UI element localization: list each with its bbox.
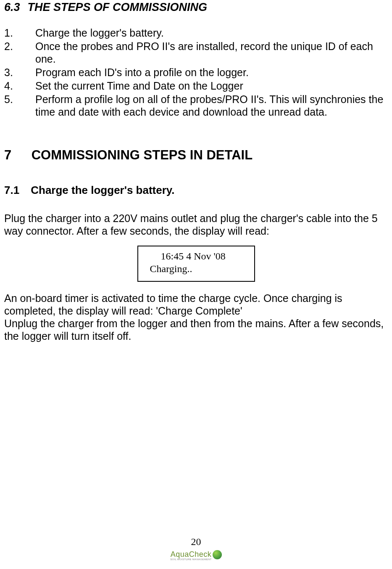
list-item-text: Program each ID's into a profile on the … — [35, 66, 388, 79]
list-item-number: 5. — [4, 93, 35, 118]
commissioning-steps-list: 1. Charge the logger's battery. 2. Once … — [4, 26, 388, 118]
list-item: 4. Set the current Time and Date on the … — [4, 79, 388, 92]
page-footer: 20 AquaCheck SOIL MOISTURE MANAGEMENT — [0, 536, 392, 561]
list-item: 2. Once the probes and PRO II's are inst… — [4, 40, 388, 65]
section-7-heading: 7 COMMISSIONING STEPS IN DETAIL — [4, 148, 388, 163]
logo-text-check: Check — [189, 550, 212, 558]
list-item-number: 4. — [4, 79, 35, 92]
list-item-text: Perform a profile log on all of the prob… — [35, 93, 388, 118]
section-6-3-number: 6.3 — [4, 1, 24, 14]
logger-display-box: 16:45 4 Nov '08 Charging.. — [137, 246, 255, 282]
section-7-1-title: Charge the logger's battery. — [31, 184, 174, 196]
list-item: 1. Charge the logger's battery. — [4, 26, 388, 39]
list-item: 3. Program each ID's into a profile on t… — [4, 66, 388, 79]
list-item-text: Set the current Time and Date on the Log… — [35, 79, 388, 92]
section-7-1-number: 7.1 — [4, 184, 28, 197]
display-line-1: 16:45 4 Nov '08 — [147, 250, 246, 262]
list-item-number: 2. — [4, 40, 35, 65]
page-number: 20 — [0, 536, 392, 548]
section-7-1-heading: 7.1 Charge the logger's battery. — [4, 184, 388, 197]
globe-icon — [213, 550, 222, 559]
paragraph-3: Unplug the charger from the logger and t… — [4, 317, 388, 342]
list-item-text: Charge the logger's battery. — [35, 26, 388, 39]
list-item: 5. Perform a profile log on all of the p… — [4, 93, 388, 118]
section-7-number: 7 — [4, 148, 28, 163]
list-item-number: 3. — [4, 66, 35, 79]
paragraph-2: An on-board timer is activated to time t… — [4, 292, 388, 317]
logo-text-aqua: Aqua — [171, 550, 189, 558]
list-item-number: 1. — [4, 26, 35, 39]
paragraph-1: Plug the charger into a 220V mains outle… — [4, 212, 388, 237]
section-7-title: COMMISSIONING STEPS IN DETAIL — [32, 148, 253, 162]
aquacheck-logo: AquaCheck SOIL MOISTURE MANAGEMENT — [170, 550, 222, 561]
logo-subtitle: SOIL MOISTURE MANAGEMENT — [170, 558, 212, 561]
display-line-2: Charging.. — [147, 262, 246, 275]
section-6-3-title: THE STEPS OF COMMISSIONING — [28, 1, 208, 13]
list-item-text: Once the probes and PRO II's are install… — [35, 40, 388, 65]
section-6-3-heading: 6.3 THE STEPS OF COMMISSIONING — [4, 1, 388, 14]
